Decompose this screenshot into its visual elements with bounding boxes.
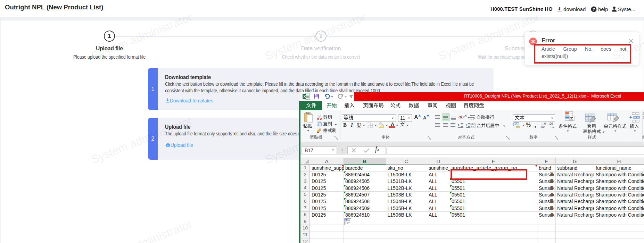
- svg-text:?: ?: [593, 7, 595, 11]
